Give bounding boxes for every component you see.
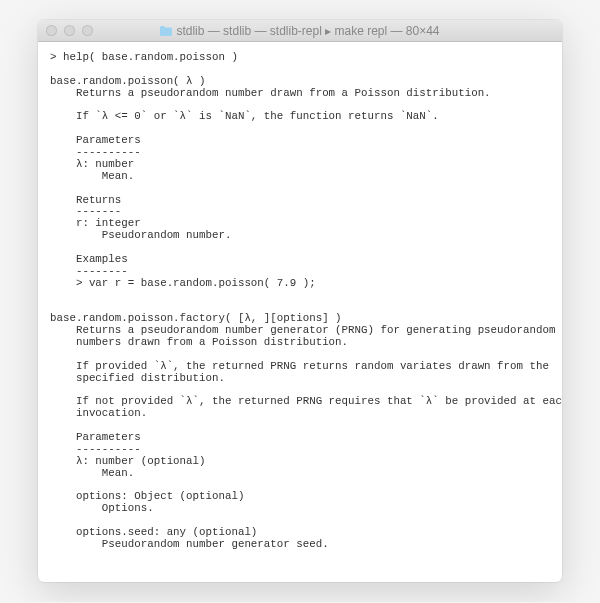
- doc1-note: If `λ <= 0` or `λ` is `NaN`, the functio…: [76, 110, 439, 122]
- folder-icon: [160, 26, 172, 36]
- doc2-params-header: Parameters: [76, 431, 141, 443]
- titlebar[interactable]: stdlib — stdlib — stdlib-repl ▸ make rep…: [38, 20, 562, 42]
- terminal-window: stdlib — stdlib — stdlib-repl ▸ make rep…: [38, 20, 562, 582]
- doc2-param2-desc: Options.: [102, 502, 154, 514]
- doc1-param1-name: λ: number: [76, 158, 134, 170]
- doc2-desc2: numbers drawn from a Poisson distributio…: [76, 336, 348, 348]
- terminal-output[interactable]: > help( base.random.poisson ) base.rando…: [38, 42, 562, 582]
- doc1-returns-header: Returns: [76, 194, 121, 206]
- doc2-param2-name: options: Object (optional): [76, 490, 244, 502]
- doc1-param1-desc: Mean.: [102, 170, 134, 182]
- traffic-lights: [46, 25, 93, 36]
- doc1-sig: base.random.poisson( λ ): [50, 75, 206, 87]
- doc1-params-header: Parameters: [76, 134, 141, 146]
- window-title-text: stdlib — stdlib — stdlib-repl ▸ make rep…: [176, 24, 439, 38]
- doc1-desc: Returns a pseudorandom number drawn from…: [76, 87, 491, 99]
- command: help( base.random.poisson ): [63, 51, 238, 63]
- minimize-icon[interactable]: [64, 25, 75, 36]
- doc1-examples-underline: --------: [76, 265, 128, 277]
- doc1-return-name: r: integer: [76, 217, 141, 229]
- doc2-note2a: If not provided `λ`, the returned PRNG r…: [76, 395, 562, 407]
- window-title: stdlib — stdlib — stdlib-repl ▸ make rep…: [38, 24, 562, 38]
- doc2-note1a: If provided `λ`, the returned PRNG retur…: [76, 360, 549, 372]
- doc2-note1b: specified distribution.: [76, 372, 225, 384]
- zoom-icon[interactable]: [82, 25, 93, 36]
- doc1-example-line: > var r = base.random.poisson( 7.9 );: [76, 277, 316, 289]
- doc1-return-desc: Pseudorandom number.: [102, 229, 232, 241]
- prompt: >: [50, 51, 63, 63]
- doc2-params-underline: ----------: [76, 443, 141, 455]
- close-icon[interactable]: [46, 25, 57, 36]
- doc2-param3-desc: Pseudorandom number generator seed.: [102, 538, 329, 550]
- doc2-param3-name: options.seed: any (optional): [76, 526, 257, 538]
- doc1-returns-underline: -------: [76, 205, 121, 217]
- doc2-param1-desc: Mean.: [102, 467, 134, 479]
- doc2-note2b: invocation.: [76, 407, 147, 419]
- doc1-examples-header: Examples: [76, 253, 128, 265]
- doc2-desc1: Returns a pseudorandom number generator …: [76, 324, 555, 336]
- doc2-param1-name: λ: number (optional): [76, 455, 206, 467]
- doc1-params-underline: ----------: [76, 146, 141, 158]
- doc2-sig: base.random.poisson.factory( [λ, ][optio…: [50, 312, 342, 324]
